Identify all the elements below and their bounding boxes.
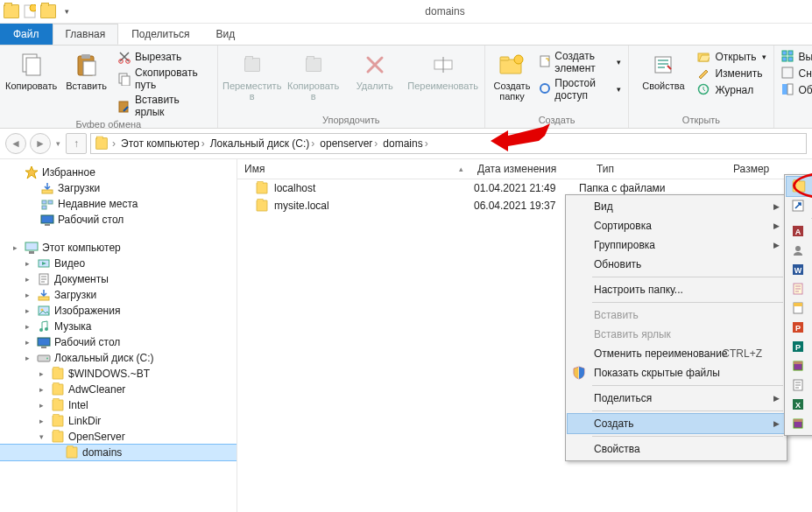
submenu-ppt[interactable]: PПрезентация Microsoft PowerPoint bbox=[787, 318, 812, 337]
sidebar-item-recent[interactable]: Недавние места bbox=[0, 196, 237, 212]
tab-file[interactable]: Файл bbox=[0, 24, 53, 45]
menu-sort[interactable]: Сортировка▶ bbox=[568, 216, 785, 235]
qat-open-folder-icon[interactable] bbox=[40, 4, 56, 19]
menu-view[interactable]: Вид▶ bbox=[568, 197, 785, 216]
sidebar-item-desktop2[interactable]: ▸Рабочий стол bbox=[0, 334, 237, 350]
group-select: Вы Сня Об bbox=[774, 46, 812, 128]
menu-customize[interactable]: Настроить папку... bbox=[568, 280, 785, 299]
submenu-shortcut[interactable]: Ярлык bbox=[787, 196, 812, 215]
group-organize: Переместить в Копировать в Удалить Переи… bbox=[218, 46, 485, 128]
sidebar-item-documents[interactable]: ▸Документы bbox=[0, 271, 237, 287]
crumb-this-pc[interactable]: Этот компьютер› bbox=[119, 137, 207, 150]
music-icon bbox=[37, 319, 51, 333]
submenu-publisher[interactable]: PДокумент Microsoft Publisher bbox=[787, 337, 812, 356]
tab-view[interactable]: Вид bbox=[202, 24, 248, 45]
menu-paste-shortcut[interactable]: Вставить ярлык bbox=[568, 325, 785, 344]
recent-locations-button[interactable]: ▾ bbox=[54, 139, 62, 148]
up-button[interactable]: ↑ bbox=[66, 133, 87, 154]
easy-access-button[interactable]: Простой доступ▾ bbox=[537, 76, 623, 102]
open-small-button[interactable]: Открыть▾ bbox=[695, 49, 767, 65]
sidebar-item-videos[interactable]: ▸Видео bbox=[0, 256, 237, 271]
svg-rect-10 bbox=[122, 76, 130, 86]
tab-home[interactable]: Главная bbox=[53, 24, 119, 45]
submenu-folder[interactable]: Папку bbox=[786, 176, 812, 197]
sidebar-item-music[interactable]: ▸Музыка bbox=[0, 319, 237, 334]
file-list[interactable]: Имя▴ Дата изменения Тип Размер localhost… bbox=[237, 159, 812, 512]
copy-to-icon bbox=[300, 51, 328, 79]
col-name[interactable]: Имя bbox=[244, 163, 265, 175]
copy-path-button[interactable]: Скопировать путь bbox=[116, 66, 212, 92]
sidebar-item-downloads[interactable]: Загрузки bbox=[0, 180, 237, 196]
favorites-header[interactable]: Избранное bbox=[0, 165, 237, 180]
rename-button[interactable]: Переименовать bbox=[407, 49, 479, 93]
copy-button[interactable]: Копировать bbox=[5, 49, 57, 93]
sidebar-item-linkdir[interactable]: ▸LinkDir bbox=[0, 413, 237, 429]
qat-folder-icon[interactable] bbox=[4, 4, 19, 19]
history-button[interactable]: Журнал bbox=[695, 82, 767, 98]
sidebar-item-desktop[interactable]: Рабочий стол bbox=[0, 212, 237, 228]
delete-button[interactable]: Удалить bbox=[346, 49, 404, 93]
menu-refresh[interactable]: Обновить bbox=[568, 255, 785, 274]
menu-group[interactable]: Группировка▶ bbox=[568, 235, 785, 255]
select-none-button[interactable]: Сня bbox=[780, 66, 812, 81]
qat-new-doc-icon[interactable] bbox=[22, 4, 38, 19]
paste-shortcut-button[interactable]: Вставить ярлык bbox=[116, 93, 212, 119]
submenu-txt[interactable]: Текстовый документ bbox=[787, 375, 812, 395]
submenu-journal[interactable]: Документ журнала bbox=[787, 279, 812, 298]
sidebar-item-windowsbt[interactable]: ▸$WINDOWS.~BT bbox=[0, 366, 237, 382]
svg-rect-65 bbox=[794, 361, 802, 364]
submenu-contact[interactable]: Контакт bbox=[787, 241, 812, 260]
breadcrumb-bar[interactable]: › Этот компьютер› Локальный диск (C:)› o… bbox=[90, 133, 807, 154]
new-folder-button[interactable]: Создать папку bbox=[491, 49, 534, 103]
sidebar-item-local-disk[interactable]: ▸Локальный диск (C:) bbox=[0, 350, 237, 366]
svg-rect-47 bbox=[38, 338, 50, 346]
easy-access-icon bbox=[539, 82, 551, 96]
sidebar-item-openserver[interactable]: ▾OpenServer bbox=[0, 429, 237, 445]
sidebar-item-adwcleaner[interactable]: ▸AdwCleaner bbox=[0, 382, 237, 397]
edit-icon bbox=[697, 67, 711, 81]
powerpoint-icon: P bbox=[791, 320, 805, 334]
svg-rect-26 bbox=[782, 67, 793, 78]
crumb-openserver[interactable]: openserver› bbox=[318, 137, 379, 150]
new-item-button[interactable]: Создать элемент▾ bbox=[537, 49, 623, 75]
menu-create[interactable]: Создать▶ bbox=[567, 413, 786, 434]
crumb-local-disk[interactable]: Локальный диск (C:)› bbox=[208, 137, 317, 150]
menu-undo-rename[interactable]: Отменить переименованиеCTRL+Z bbox=[568, 344, 785, 363]
qat-dropdown-icon[interactable]: ▾ bbox=[59, 4, 74, 19]
select-all-button[interactable]: Вы bbox=[780, 49, 812, 65]
menu-properties[interactable]: Свойства bbox=[568, 439, 785, 459]
paste-button[interactable]: Вставить bbox=[60, 49, 112, 93]
properties-icon bbox=[649, 51, 677, 79]
invert-selection-button[interactable]: Об bbox=[780, 82, 812, 98]
submenu-mql4[interactable]: MQL4 Source File bbox=[787, 298, 812, 318]
col-size[interactable]: Размер bbox=[726, 163, 810, 175]
svg-rect-6 bbox=[83, 61, 95, 75]
move-to-button[interactable]: Переместить в bbox=[223, 49, 281, 103]
this-pc-header[interactable]: ▸Этот компьютер bbox=[0, 240, 237, 256]
cut-button[interactable]: Вырезать bbox=[116, 49, 212, 65]
submenu-zip[interactable]: Архив ZIP - WinRAR bbox=[787, 414, 812, 433]
menu-show-hidden[interactable]: Показать скрытые файлы bbox=[568, 363, 785, 382]
column-headers[interactable]: Имя▴ Дата изменения Тип Размер bbox=[237, 159, 812, 179]
copy-to-button[interactable]: Копировать в bbox=[285, 49, 342, 103]
menu-share[interactable]: Поделиться▶ bbox=[568, 389, 785, 408]
col-type[interactable]: Тип bbox=[590, 163, 726, 175]
sidebar-item-pictures[interactable]: ▸Изображения bbox=[0, 303, 237, 319]
tab-share[interactable]: Поделиться bbox=[118, 24, 202, 45]
sidebar-item-intel[interactable]: ▸Intel bbox=[0, 397, 237, 413]
sidebar-item-domains[interactable]: domains bbox=[0, 444, 237, 461]
submenu-winrar[interactable]: Архив WinRAR bbox=[787, 356, 812, 375]
submenu-word[interactable]: WДокумент Microsoft Word bbox=[787, 260, 812, 279]
submenu-excel[interactable]: XЛист Microsoft Excel bbox=[787, 395, 812, 414]
back-button[interactable]: ◄ bbox=[5, 133, 26, 154]
edit-button[interactable]: Изменить bbox=[695, 66, 767, 81]
properties-button[interactable]: Свойства bbox=[634, 49, 692, 93]
crumb-domains[interactable]: domains› bbox=[381, 137, 429, 150]
submenu-access[interactable]: AMicrosoft Access База данных bbox=[787, 221, 812, 241]
menu-paste[interactable]: Вставить bbox=[568, 305, 785, 325]
forward-button[interactable]: ► bbox=[30, 133, 51, 154]
svg-rect-31 bbox=[42, 190, 53, 193]
sidebar-item-downloads2[interactable]: ▸Загрузки bbox=[0, 287, 237, 303]
col-date[interactable]: Дата изменения bbox=[470, 163, 590, 175]
svg-point-54 bbox=[795, 246, 801, 251]
